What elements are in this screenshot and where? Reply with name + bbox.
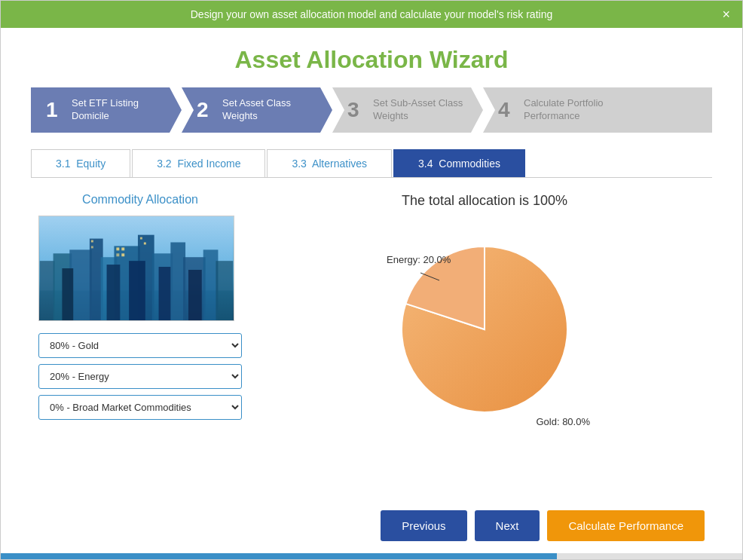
progress-bar-area [1,553,742,559]
step-4-num: 4 [498,98,516,122]
svg-rect-2 [40,261,55,320]
step-1-label: Set ETF ListingDomicile [72,97,139,123]
energy-dropdown-row: 20% - Energy 0% - Energy 40% - Energy 60… [38,364,242,389]
svg-rect-23 [140,237,142,240]
broad-market-dropdown-row: 0% - Broad Market Commodities 20% - Broa… [38,395,242,420]
gold-label: Gold: 80.0% [536,416,590,427]
tab-fixed-income[interactable]: 3.2 Fixed Income [132,149,265,177]
step-3: 3 Set Sub-Asset ClassWeights [332,87,483,133]
pie-chart-container: Energy: 20.0% Gold: 80.0% [364,224,605,435]
svg-rect-22 [121,253,124,256]
banner-text: Design your own asset allocation model a… [191,8,552,20]
svg-rect-18 [188,270,202,320]
commodity-allocation-title: Commodity Allocation [38,193,242,207]
svg-rect-24 [144,243,146,245]
svg-rect-17 [159,267,171,320]
step-1-num: 1 [46,98,64,122]
step-2-label: Set Asset ClassWeights [222,97,291,123]
pie-chart-svg [364,224,605,420]
svg-rect-15 [107,265,121,320]
energy-dropdown[interactable]: 20% - Energy 0% - Energy 40% - Energy 60… [38,364,242,389]
left-panel: Commodity Allocation [38,193,242,435]
gold-dropdown[interactable]: 80% - Gold 0% - Gold 20% - Gold 40% - Go… [38,333,242,358]
energy-label: Energy: 20.0% [387,254,451,265]
footer: Previous Next Calculate Performance [1,498,742,553]
main-window: Design your own asset allocation model a… [0,0,743,560]
tab-content: Commodity Allocation [31,177,712,498]
calculate-performance-button[interactable]: Calculate Performance [547,510,705,541]
broad-market-dropdown[interactable]: 0% - Broad Market Commodities 20% - Broa… [38,395,242,420]
svg-rect-13 [216,261,233,320]
progress-bar-fill [1,553,557,559]
gold-dropdown-row: 80% - Gold 0% - Gold 20% - Gold 40% - Go… [38,333,242,358]
svg-rect-25 [91,240,93,243]
svg-rect-26 [91,246,93,248]
tab-alternatives[interactable]: 3.3 Alternatives [267,149,392,177]
step-3-num: 3 [347,98,365,122]
banner-close-button[interactable]: × [722,7,730,23]
step-2-num: 2 [197,98,215,122]
step-4-label: Calculate PortfolioPerformance [524,97,604,123]
next-button[interactable]: Next [475,510,540,541]
svg-rect-20 [121,247,124,250]
city-image [38,216,234,321]
step-3-label: Set Sub-Asset ClassWeights [373,97,463,123]
svg-rect-19 [116,247,119,250]
right-panel: The total allocation is 100% [264,193,705,435]
total-allocation-title: The total allocation is 100% [402,193,567,209]
svg-rect-16 [129,261,145,320]
page-title: Asset Allocation Wizard [1,28,742,87]
top-banner: Design your own asset allocation model a… [1,1,742,28]
steps-container: 1 Set ETF ListingDomicile 2 Set Asset Cl… [31,87,712,133]
step-1: 1 Set ETF ListingDomicile [31,87,182,133]
svg-rect-21 [116,253,119,256]
previous-button[interactable]: Previous [381,510,466,541]
step-2: 2 Set Asset ClassWeights [182,87,332,133]
tab-equity[interactable]: 3.1 Equity [31,149,130,177]
tab-commodities[interactable]: 3.4 Commodities [393,149,525,177]
svg-rect-14 [62,268,73,320]
tabs-container: 3.1 Equity 3.2 Fixed Income 3.3 Alternat… [31,149,712,177]
main-content: Commodity Allocation [31,193,712,435]
step-4: 4 Calculate PortfolioPerformance [483,87,712,133]
